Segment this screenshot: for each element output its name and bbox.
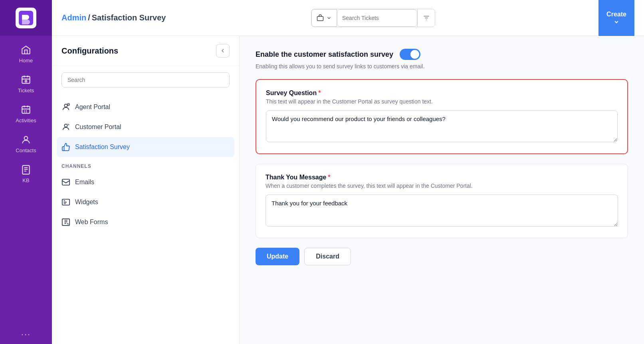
logo-box[interactable]	[16, 8, 36, 28]
enable-description: Enabling this allows you to send survey …	[256, 63, 628, 70]
svg-rect-10	[62, 179, 69, 185]
action-buttons: Update Discard	[256, 248, 628, 265]
nav-item-satisfaction-survey[interactable]: Satisfaction Survey	[57, 137, 234, 157]
channels-label: CHANNELS	[52, 157, 239, 172]
sidebar-item-kb-label: KB	[22, 177, 29, 183]
update-button[interactable]: Update	[256, 248, 299, 265]
ticket-type-button[interactable]	[311, 9, 337, 27]
nav-item-emails-label: Emails	[75, 179, 94, 186]
survey-question-section: Survey Question * This text will appear …	[256, 79, 628, 154]
nav-list: Agent Portal Customer Portal Satisf	[52, 94, 239, 235]
thank-you-description: When a customer completes the survey, th…	[266, 183, 618, 189]
search-right-section	[311, 9, 435, 27]
thank-you-required: *	[328, 174, 330, 181]
search-input[interactable]	[342, 15, 412, 21]
content: Configurations Agent Portal	[52, 36, 644, 344]
sidebar-item-kb[interactable]: KB	[0, 159, 52, 189]
sidebar-item-home-label: Home	[19, 58, 33, 64]
filter-button[interactable]	[417, 9, 435, 27]
svg-rect-6	[317, 16, 323, 21]
sidebar-item-activities[interactable]: Activities	[0, 99, 52, 129]
sidebar-more[interactable]: ...	[0, 321, 52, 344]
nav-item-agent-portal-label: Agent Portal	[75, 103, 110, 111]
sidebar: Home Tickets Activities Contacts	[0, 0, 52, 344]
breadcrumb-current: Satisfaction Survey	[92, 13, 166, 22]
thank-you-input[interactable]: Thank you for your feedback	[266, 195, 618, 227]
svg-point-2	[25, 80, 27, 82]
nav-item-satisfaction-survey-label: Satisfaction Survey	[75, 143, 130, 151]
svg-point-7	[64, 104, 67, 107]
thank-you-section: Thank You Message * When a customer comp…	[256, 164, 628, 238]
right-panel: Enable the customer satisfaction survey …	[240, 36, 644, 344]
collapse-button[interactable]	[216, 44, 230, 58]
panel-header: Configurations	[52, 36, 239, 66]
nav-item-agent-portal[interactable]: Agent Portal	[52, 97, 239, 117]
enable-toggle[interactable]	[400, 49, 420, 60]
sidebar-item-contacts-label: Contacts	[16, 147, 36, 153]
svg-point-4	[24, 136, 28, 140]
header: Admin / Satisfaction Survey	[52, 0, 644, 36]
nav-item-widgets-label: Widgets	[75, 199, 98, 206]
survey-question-required: *	[318, 89, 321, 97]
svg-point-9	[64, 124, 67, 127]
sidebar-item-activities-label: Activities	[16, 117, 36, 123]
nav-item-customer-portal[interactable]: Customer Portal	[52, 117, 239, 137]
survey-question-description: This text will appear in the Customer Po…	[266, 98, 618, 105]
enable-label: Enable the customer satisfaction survey	[256, 50, 393, 59]
nav-item-emails[interactable]: Emails	[52, 172, 239, 192]
sidebar-item-contacts[interactable]: Contacts	[0, 129, 52, 159]
left-panel: Configurations Agent Portal	[52, 36, 240, 344]
nav-item-web-forms-label: Web Forms	[75, 219, 108, 226]
sidebar-item-tickets-label: Tickets	[18, 87, 34, 93]
survey-question-label: Survey Question *	[266, 89, 618, 97]
discard-button[interactable]: Discard	[304, 248, 351, 265]
breadcrumb-admin[interactable]: Admin	[61, 13, 86, 22]
survey-question-input[interactable]: Would you recommend our product to your …	[266, 110, 618, 142]
breadcrumb: Admin / Satisfaction Survey	[61, 13, 166, 22]
breadcrumb-separator: /	[88, 13, 90, 22]
main: Admin / Satisfaction Survey	[52, 0, 644, 344]
sidebar-item-tickets[interactable]: Tickets	[0, 69, 52, 99]
nav-item-widgets[interactable]: Widgets	[52, 192, 239, 212]
sidebar-item-home[interactable]: Home	[0, 39, 52, 69]
header-search	[311, 9, 590, 27]
sidebar-logo	[0, 0, 52, 36]
thank-you-label: Thank You Message *	[266, 174, 618, 181]
create-button[interactable]: Create	[598, 0, 634, 36]
nav-item-web-forms[interactable]: Web Forms	[52, 212, 239, 232]
panel-title: Configurations	[61, 46, 118, 56]
enable-row: Enable the customer satisfaction survey	[256, 49, 628, 60]
config-search-wrap	[52, 66, 239, 94]
nav-item-customer-portal-label: Customer Portal	[75, 123, 121, 131]
search-box[interactable]	[337, 9, 417, 27]
sidebar-nav: Home Tickets Activities Contacts	[0, 36, 52, 189]
config-search-input[interactable]	[61, 72, 230, 87]
toggle-slider	[400, 49, 420, 60]
